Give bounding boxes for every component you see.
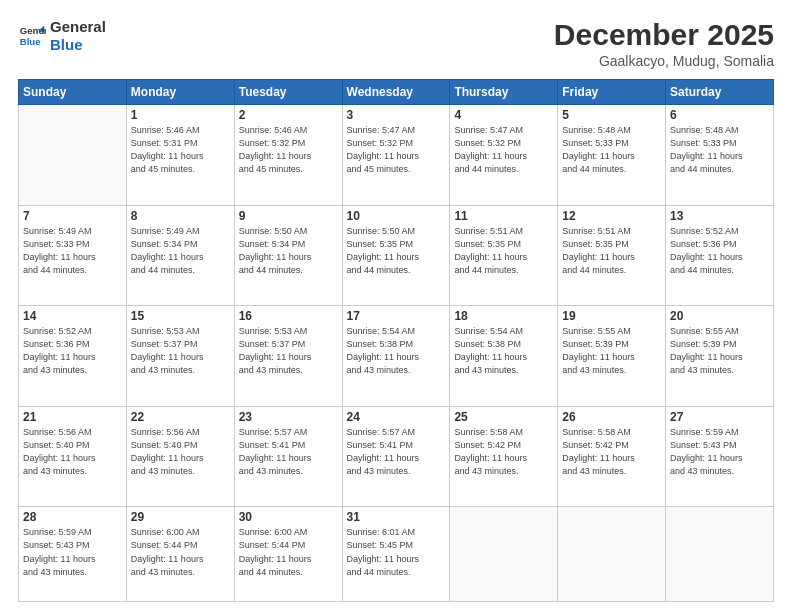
calendar-cell: 19Sunrise: 5:55 AMSunset: 5:39 PMDayligh… — [558, 306, 666, 407]
day-info: Sunrise: 5:55 AMSunset: 5:39 PMDaylight:… — [562, 325, 661, 377]
day-number: 4 — [454, 108, 553, 122]
day-number: 25 — [454, 410, 553, 424]
calendar-cell: 31Sunrise: 6:01 AMSunset: 5:45 PMDayligh… — [342, 507, 450, 602]
day-info: Sunrise: 5:50 AMSunset: 5:35 PMDaylight:… — [347, 225, 446, 277]
day-info: Sunrise: 5:58 AMSunset: 5:42 PMDaylight:… — [562, 426, 661, 478]
day-number: 26 — [562, 410, 661, 424]
day-number: 8 — [131, 209, 230, 223]
weekday-header-wednesday: Wednesday — [342, 80, 450, 105]
day-number: 11 — [454, 209, 553, 223]
weekday-header-sunday: Sunday — [19, 80, 127, 105]
day-info: Sunrise: 5:53 AMSunset: 5:37 PMDaylight:… — [131, 325, 230, 377]
weekday-header-tuesday: Tuesday — [234, 80, 342, 105]
day-info: Sunrise: 5:47 AMSunset: 5:32 PMDaylight:… — [347, 124, 446, 176]
day-number: 15 — [131, 309, 230, 323]
week-row-3: 14Sunrise: 5:52 AMSunset: 5:36 PMDayligh… — [19, 306, 774, 407]
day-number: 9 — [239, 209, 338, 223]
day-info: Sunrise: 6:00 AMSunset: 5:44 PMDaylight:… — [239, 526, 338, 578]
day-number: 1 — [131, 108, 230, 122]
day-number: 3 — [347, 108, 446, 122]
day-number: 31 — [347, 510, 446, 524]
day-info: Sunrise: 5:58 AMSunset: 5:42 PMDaylight:… — [454, 426, 553, 478]
day-number: 14 — [23, 309, 122, 323]
calendar-cell: 18Sunrise: 5:54 AMSunset: 5:38 PMDayligh… — [450, 306, 558, 407]
day-number: 30 — [239, 510, 338, 524]
calendar-cell: 26Sunrise: 5:58 AMSunset: 5:42 PMDayligh… — [558, 406, 666, 507]
day-info: Sunrise: 5:47 AMSunset: 5:32 PMDaylight:… — [454, 124, 553, 176]
calendar-cell — [558, 507, 666, 602]
day-number: 6 — [670, 108, 769, 122]
day-info: Sunrise: 5:46 AMSunset: 5:32 PMDaylight:… — [239, 124, 338, 176]
day-number: 5 — [562, 108, 661, 122]
calendar-cell: 6Sunrise: 5:48 AMSunset: 5:33 PMDaylight… — [666, 105, 774, 206]
calendar-cell: 15Sunrise: 5:53 AMSunset: 5:37 PMDayligh… — [126, 306, 234, 407]
day-number: 27 — [670, 410, 769, 424]
week-row-5: 28Sunrise: 5:59 AMSunset: 5:43 PMDayligh… — [19, 507, 774, 602]
calendar-cell: 11Sunrise: 5:51 AMSunset: 5:35 PMDayligh… — [450, 205, 558, 306]
week-row-1: 1Sunrise: 5:46 AMSunset: 5:31 PMDaylight… — [19, 105, 774, 206]
main-title: December 2025 — [554, 18, 774, 51]
day-info: Sunrise: 5:52 AMSunset: 5:36 PMDaylight:… — [670, 225, 769, 277]
calendar-cell: 17Sunrise: 5:54 AMSunset: 5:38 PMDayligh… — [342, 306, 450, 407]
calendar-cell: 2Sunrise: 5:46 AMSunset: 5:32 PMDaylight… — [234, 105, 342, 206]
weekday-header-row: SundayMondayTuesdayWednesdayThursdayFrid… — [19, 80, 774, 105]
calendar-cell — [666, 507, 774, 602]
day-info: Sunrise: 5:49 AMSunset: 5:34 PMDaylight:… — [131, 225, 230, 277]
day-info: Sunrise: 5:54 AMSunset: 5:38 PMDaylight:… — [347, 325, 446, 377]
logo-text-general: General — [50, 18, 106, 36]
day-number: 17 — [347, 309, 446, 323]
day-info: Sunrise: 5:56 AMSunset: 5:40 PMDaylight:… — [23, 426, 122, 478]
day-info: Sunrise: 5:54 AMSunset: 5:38 PMDaylight:… — [454, 325, 553, 377]
svg-text:Blue: Blue — [20, 36, 41, 47]
calendar-table: SundayMondayTuesdayWednesdayThursdayFrid… — [18, 79, 774, 602]
logo: General Blue General Blue — [18, 18, 106, 54]
day-number: 7 — [23, 209, 122, 223]
calendar-cell: 10Sunrise: 5:50 AMSunset: 5:35 PMDayligh… — [342, 205, 450, 306]
weekday-header-thursday: Thursday — [450, 80, 558, 105]
calendar-cell: 25Sunrise: 5:58 AMSunset: 5:42 PMDayligh… — [450, 406, 558, 507]
calendar-cell: 13Sunrise: 5:52 AMSunset: 5:36 PMDayligh… — [666, 205, 774, 306]
day-number: 23 — [239, 410, 338, 424]
calendar-cell: 9Sunrise: 5:50 AMSunset: 5:34 PMDaylight… — [234, 205, 342, 306]
sub-title: Gaalkacyo, Mudug, Somalia — [554, 53, 774, 69]
calendar-cell: 22Sunrise: 5:56 AMSunset: 5:40 PMDayligh… — [126, 406, 234, 507]
day-info: Sunrise: 6:00 AMSunset: 5:44 PMDaylight:… — [131, 526, 230, 578]
day-info: Sunrise: 5:57 AMSunset: 5:41 PMDaylight:… — [347, 426, 446, 478]
day-info: Sunrise: 5:50 AMSunset: 5:34 PMDaylight:… — [239, 225, 338, 277]
day-info: Sunrise: 6:01 AMSunset: 5:45 PMDaylight:… — [347, 526, 446, 578]
calendar-cell: 14Sunrise: 5:52 AMSunset: 5:36 PMDayligh… — [19, 306, 127, 407]
page: General Blue General Blue December 2025 … — [0, 0, 792, 612]
calendar-cell: 8Sunrise: 5:49 AMSunset: 5:34 PMDaylight… — [126, 205, 234, 306]
day-number: 29 — [131, 510, 230, 524]
calendar-cell: 7Sunrise: 5:49 AMSunset: 5:33 PMDaylight… — [19, 205, 127, 306]
day-info: Sunrise: 5:57 AMSunset: 5:41 PMDaylight:… — [239, 426, 338, 478]
day-number: 20 — [670, 309, 769, 323]
day-number: 21 — [23, 410, 122, 424]
week-row-4: 21Sunrise: 5:56 AMSunset: 5:40 PMDayligh… — [19, 406, 774, 507]
weekday-header-saturday: Saturday — [666, 80, 774, 105]
day-number: 16 — [239, 309, 338, 323]
calendar-cell: 4Sunrise: 5:47 AMSunset: 5:32 PMDaylight… — [450, 105, 558, 206]
day-number: 19 — [562, 309, 661, 323]
day-number: 10 — [347, 209, 446, 223]
calendar-cell — [19, 105, 127, 206]
calendar-cell: 30Sunrise: 6:00 AMSunset: 5:44 PMDayligh… — [234, 507, 342, 602]
calendar-cell — [450, 507, 558, 602]
calendar-cell: 23Sunrise: 5:57 AMSunset: 5:41 PMDayligh… — [234, 406, 342, 507]
day-number: 24 — [347, 410, 446, 424]
calendar-cell: 1Sunrise: 5:46 AMSunset: 5:31 PMDaylight… — [126, 105, 234, 206]
day-info: Sunrise: 5:48 AMSunset: 5:33 PMDaylight:… — [670, 124, 769, 176]
day-info: Sunrise: 5:52 AMSunset: 5:36 PMDaylight:… — [23, 325, 122, 377]
day-number: 13 — [670, 209, 769, 223]
weekday-header-friday: Friday — [558, 80, 666, 105]
day-info: Sunrise: 5:59 AMSunset: 5:43 PMDaylight:… — [23, 526, 122, 578]
day-info: Sunrise: 5:51 AMSunset: 5:35 PMDaylight:… — [454, 225, 553, 277]
day-number: 2 — [239, 108, 338, 122]
day-info: Sunrise: 5:59 AMSunset: 5:43 PMDaylight:… — [670, 426, 769, 478]
weekday-header-monday: Monday — [126, 80, 234, 105]
calendar-cell: 29Sunrise: 6:00 AMSunset: 5:44 PMDayligh… — [126, 507, 234, 602]
title-block: December 2025 Gaalkacyo, Mudug, Somalia — [554, 18, 774, 69]
day-number: 12 — [562, 209, 661, 223]
calendar-cell: 12Sunrise: 5:51 AMSunset: 5:35 PMDayligh… — [558, 205, 666, 306]
calendar-cell: 5Sunrise: 5:48 AMSunset: 5:33 PMDaylight… — [558, 105, 666, 206]
